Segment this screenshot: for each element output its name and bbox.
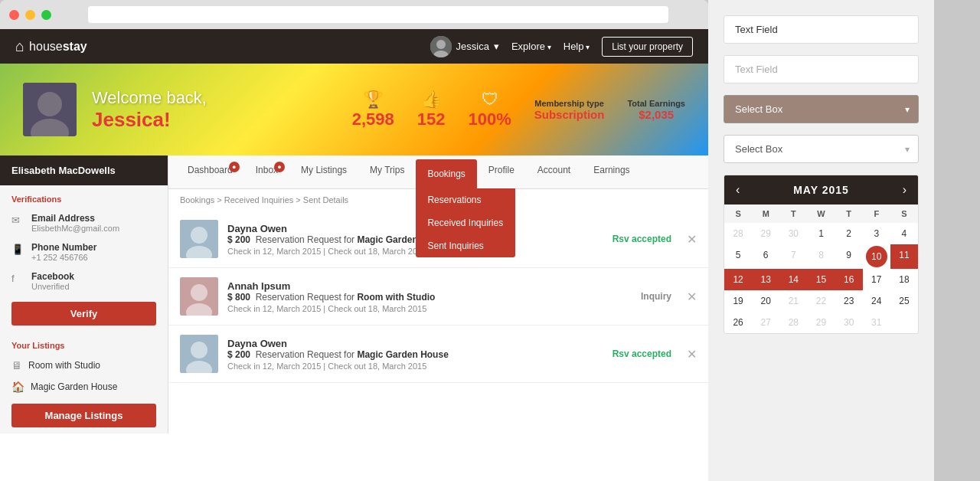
booking-close-button[interactable]: ✕ — [687, 290, 697, 304]
verifications-title: Verifications — [0, 185, 168, 208]
booking-status: Inquiry — [610, 291, 671, 302]
cal-day[interactable]: 17 — [863, 269, 890, 290]
calendar-prev-button[interactable]: ‹ — [736, 183, 740, 197]
address-bar[interactable] — [88, 6, 668, 23]
booking-item: Annah Ipsum $ 800 Reservation Request fo… — [168, 268, 708, 326]
cal-day[interactable]: 29 — [752, 223, 779, 244]
dropdown-received[interactable]: Received Inquiries — [416, 211, 515, 234]
cal-day-today[interactable]: 10 — [866, 246, 887, 267]
browser-titlebar — [0, 0, 708, 29]
cal-day[interactable]: 27 — [752, 312, 779, 333]
hero-welcome-text: Welcome back, Jessica! — [92, 88, 207, 132]
cal-day[interactable]: 3 — [863, 223, 890, 244]
cal-day[interactable]: 12 — [724, 269, 752, 290]
dropdown-sent[interactable]: Sent Inquiries — [416, 234, 515, 257]
close-dot[interactable] — [9, 10, 19, 20]
cal-day[interactable]: 1 — [807, 223, 835, 244]
cal-day[interactable]: 11 — [890, 244, 918, 269]
nav-dashboard[interactable]: Dashboard ● — [176, 155, 244, 188]
cal-day[interactable]: 26 — [724, 312, 752, 333]
day-header-s2: S — [890, 205, 918, 223]
cal-day[interactable]: 23 — [835, 290, 863, 312]
cal-day[interactable]: 13 — [752, 269, 779, 290]
logo-icon: ⌂ — [15, 38, 24, 55]
cal-day[interactable]: 30 — [835, 312, 863, 333]
booking-status: Rsv accepted — [610, 348, 671, 359]
nav-inbox[interactable]: Inbox ● — [244, 155, 289, 188]
cal-day[interactable]: 15 — [807, 269, 835, 290]
cal-day[interactable]: 6 — [752, 244, 779, 269]
booking-dates: Check in 12, March 2015 | Check out 18, … — [227, 362, 601, 371]
booking-info: Dayna Owen $ 200 Reservation Request for… — [227, 338, 601, 371]
right-panel: Select Box ▾ Select Box ▾ ‹ MAY 2015 › S… — [708, 0, 934, 481]
dropdown-reservations[interactable]: Reservations — [416, 188, 515, 211]
earnings-label: Total Earnings — [627, 99, 685, 108]
cal-day[interactable]: 16 — [835, 269, 863, 290]
email-value: ElisbethMc@gmail.com — [31, 224, 119, 233]
explore-link[interactable]: Explore — [511, 41, 551, 52]
email-icon: ✉ — [11, 214, 25, 228]
verify-button[interactable]: Verify — [11, 302, 156, 326]
nav-earnings[interactable]: Earnings — [582, 155, 641, 188]
day-header-s1: S — [724, 205, 752, 223]
nav-my-listings[interactable]: My Listings — [289, 155, 358, 188]
nav-my-trips[interactable]: My Trips — [358, 155, 416, 188]
cal-day[interactable]: 21 — [779, 290, 807, 312]
select-box-light[interactable]: Select Box — [724, 135, 919, 163]
cal-day[interactable]: 2 — [835, 223, 863, 244]
maximize-dot[interactable] — [41, 10, 51, 20]
booking-close-button[interactable]: ✕ — [687, 347, 697, 362]
select-light-wrapper: Select Box ▾ — [724, 135, 919, 163]
booking-dates: Check in 12, March 2015 | Check out 18, … — [227, 304, 601, 313]
cal-day[interactable]: 30 — [779, 223, 807, 244]
room-icon: 🖥 — [11, 359, 22, 371]
cal-day[interactable]: 24 — [863, 290, 890, 312]
help-link[interactable]: Help — [564, 41, 590, 52]
select-box-dark[interactable]: Select Box — [724, 95, 919, 123]
cal-day[interactable]: 29 — [807, 312, 835, 333]
cal-day[interactable]: 31 — [863, 312, 890, 333]
cal-day[interactable]: 19 — [724, 290, 752, 312]
cal-day[interactable]: 18 — [890, 269, 918, 290]
booking-avatar — [180, 335, 218, 373]
hero-avatar — [23, 83, 77, 136]
nav-bookings[interactable]: Bookings — [416, 159, 476, 188]
cal-day[interactable]: 8 — [807, 244, 835, 269]
cal-day[interactable]: 5 — [724, 244, 752, 269]
calendar-title: MAY 2015 — [793, 184, 849, 196]
thumbs-icon: 👍 — [417, 90, 446, 110]
text-field-1[interactable] — [724, 15, 919, 44]
nav-user[interactable]: Jessica ▾ — [430, 36, 499, 57]
minimize-dot[interactable] — [25, 10, 35, 20]
booking-close-button[interactable]: ✕ — [687, 232, 697, 247]
nav-account[interactable]: Account — [526, 155, 582, 188]
logo-text: housestay — [29, 40, 87, 54]
cal-day[interactable]: 9 — [835, 244, 863, 269]
day-header-t1: T — [779, 205, 807, 223]
earnings-block: Total Earnings $2,035 — [627, 99, 685, 121]
list-property-button[interactable]: List your property — [602, 37, 693, 57]
nav-profile[interactable]: Profile — [477, 155, 526, 188]
manage-listings-button[interactable]: Manage Listings — [11, 404, 156, 427]
cal-day[interactable]: 22 — [807, 290, 835, 312]
cal-day[interactable]: 28 — [724, 223, 752, 244]
cal-day[interactable]: 25 — [890, 290, 918, 312]
booking-info: Dayna Owen $ 200 Reservation Request for… — [227, 223, 601, 256]
calendar-next-button[interactable]: › — [903, 183, 906, 197]
text-field-2[interactable] — [724, 55, 919, 83]
stat-thumbs-value: 152 — [417, 110, 446, 129]
booking-name: Annah Ipsum — [227, 280, 601, 292]
listing-item-1: 🖥 Room with Studio — [0, 355, 168, 376]
svg-point-11 — [191, 284, 207, 301]
phone-verification: 📱 Phone Number +1 252 456766 — [0, 237, 168, 267]
hero-banner: Welcome back, Jessica! 🏆 2,598 👍 152 🛡 1… — [0, 64, 708, 155]
cal-day[interactable]: 20 — [752, 290, 779, 312]
cal-day[interactable]: 28 — [779, 312, 807, 333]
cal-day[interactable]: 7 — [779, 244, 807, 269]
svg-point-8 — [191, 227, 207, 244]
booking-name: Dayna Owen — [227, 223, 601, 234]
booking-dates: Check in 12, March 2015 | Check out 18, … — [227, 247, 601, 256]
cal-day[interactable]: 14 — [779, 269, 807, 290]
top-nav: ⌂ housestay Jessica ▾ — [0, 29, 708, 64]
cal-day[interactable]: 4 — [890, 223, 918, 244]
